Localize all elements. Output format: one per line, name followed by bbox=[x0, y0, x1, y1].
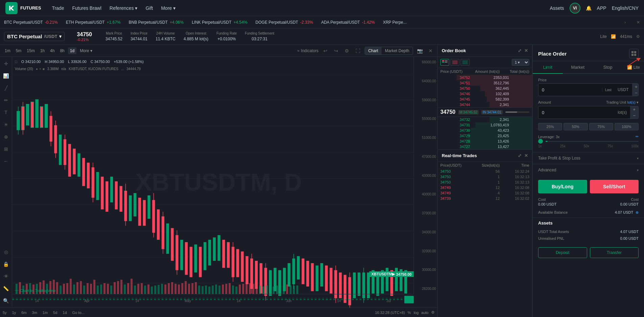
order-book-close-icon[interactable]: ✕ bbox=[524, 48, 528, 53]
ask-row-6[interactable]: 34744 2,341 bbox=[438, 102, 532, 107]
price-input[interactable] bbox=[538, 85, 602, 95]
order-grid-icon-btn[interactable] bbox=[629, 49, 639, 58]
lite-btn[interactable]: 📶 Lite bbox=[623, 61, 644, 73]
tf-8h[interactable]: 8h bbox=[58, 47, 66, 54]
add-funds-icon[interactable]: ⊕ bbox=[636, 210, 639, 214]
ticker-scroll-right[interactable]: › bbox=[624, 20, 626, 25]
ticker-eth[interactable]: ETH Perpetual/USDT +1.67% bbox=[66, 20, 121, 25]
tf-1y[interactable]: 1y bbox=[12, 311, 16, 315]
pct-25[interactable]: 25% bbox=[538, 123, 562, 130]
tf-1m[interactable]: 1m bbox=[3, 47, 13, 54]
ask-row-4[interactable]: 34746 10 2,409 bbox=[438, 91, 532, 97]
depth-view-btn[interactable]: Market Depth bbox=[382, 47, 413, 55]
ticker-link[interactable]: LINK Perpetual/USDT +4.54% bbox=[192, 20, 247, 25]
nav-futures-brawl[interactable]: Futures Brawl bbox=[72, 5, 101, 11]
tf-1d[interactable]: 1d bbox=[68, 47, 76, 54]
advanced-toggle[interactable]: Advanced ▾ bbox=[533, 164, 644, 176]
tab-stop[interactable]: Stop bbox=[593, 61, 623, 74]
tf-1d-b[interactable]: 1d bbox=[63, 311, 67, 315]
camera-btn[interactable]: 📷 bbox=[416, 47, 424, 55]
nav-trade[interactable]: Trade bbox=[52, 5, 64, 11]
draw-tool[interactable]: ✏ bbox=[2, 96, 10, 104]
order-book-expand-icon[interactable]: ⤢ bbox=[518, 48, 522, 53]
price-decrease-btn[interactable]: − bbox=[632, 90, 639, 96]
bid-row-5[interactable]: 34728 1 3,426 bbox=[438, 139, 532, 144]
fullscreen-btn[interactable]: ⛶ bbox=[354, 47, 362, 55]
user-avatar[interactable]: VI bbox=[570, 3, 580, 14]
tp-sl-toggle[interactable]: Take Profit & Stop Loss ▾ bbox=[533, 152, 644, 164]
tf-5m[interactable]: 5m bbox=[14, 47, 24, 54]
ob-type-asks[interactable] bbox=[451, 59, 459, 66]
percent-toggle[interactable]: % bbox=[408, 311, 411, 315]
trades-expand-icon[interactable]: ⤢ bbox=[518, 153, 522, 158]
tf-1m-b[interactable]: 1m bbox=[43, 311, 48, 315]
nav-more[interactable]: More ▾ bbox=[161, 5, 176, 11]
settings-icon[interactable]: ⚙ bbox=[636, 34, 640, 39]
ticker-close-btn[interactable]: ✕ bbox=[637, 20, 640, 25]
amount-decrease-btn[interactable]: − bbox=[630, 112, 638, 119]
ob-depth-select[interactable]: 1 ▾ 0.1 0.01 bbox=[512, 59, 529, 66]
close-chart-btn[interactable]: ✕ bbox=[427, 47, 435, 55]
candle-tool[interactable]: 📊 bbox=[2, 72, 10, 80]
bid-row-2[interactable]: 34731 1,078 3,419 bbox=[438, 122, 532, 128]
log-toggle[interactable]: log bbox=[414, 311, 419, 315]
line-tool[interactable]: ╱ bbox=[2, 84, 10, 92]
app-download-btn[interactable]: APP bbox=[597, 5, 606, 11]
tab-limit[interactable]: Limit bbox=[533, 61, 563, 74]
assets-btn[interactable]: Assets bbox=[550, 5, 564, 11]
ask-row-3[interactable]: 34750 36 2,445 bbox=[438, 86, 532, 91]
indicators-btn[interactable]: ≈ Indicators bbox=[297, 48, 319, 53]
eye-tool[interactable]: 👁 bbox=[2, 272, 10, 280]
nav-references[interactable]: References ▾ bbox=[110, 5, 138, 11]
undo-btn[interactable]: ↩ bbox=[321, 47, 329, 55]
ticker-btc[interactable]: BTC Perpetual/USDT -0.21% bbox=[4, 20, 58, 25]
pattern-tool[interactable]: ✳ bbox=[2, 121, 10, 129]
leverage-handle[interactable] bbox=[538, 139, 543, 144]
sell-short-btn[interactable]: Sell/Short bbox=[590, 180, 639, 193]
pct-75[interactable]: 75% bbox=[589, 123, 613, 130]
leverage-track[interactable] bbox=[546, 141, 639, 142]
tf-more[interactable]: More ▾ bbox=[78, 47, 94, 54]
chart-settings-btn[interactable]: ⚙ bbox=[343, 47, 351, 55]
tf-15m[interactable]: 15m bbox=[25, 47, 37, 54]
ask-row-2[interactable]: 34751 351 2,796 bbox=[438, 80, 532, 86]
goto-btn[interactable]: Go to... bbox=[72, 311, 85, 315]
bid-row-3[interactable]: 34730 4 3,423 bbox=[438, 128, 532, 133]
deposit-btn[interactable]: Deposit bbox=[538, 247, 587, 258]
chart-view-btn[interactable]: Chart bbox=[365, 47, 382, 55]
transfer-btn[interactable]: Transfer bbox=[590, 247, 639, 258]
tf-6m[interactable]: 6m bbox=[21, 311, 26, 315]
ticker-bnb[interactable]: BNB Perpetual/USDT +4.06% bbox=[129, 20, 183, 25]
auto-toggle[interactable]: auto bbox=[421, 311, 429, 315]
lock-tool[interactable]: 🔒 bbox=[2, 260, 10, 268]
magnet-tool[interactable]: ◎ bbox=[2, 248, 10, 256]
pct-100[interactable]: 100% bbox=[615, 123, 639, 130]
nav-gift[interactable]: Gift bbox=[145, 5, 153, 11]
ticker-doge[interactable]: DOGE Perpetual/USDT -2.33% bbox=[255, 20, 313, 25]
tf-4h[interactable]: 4h bbox=[48, 47, 56, 54]
ticker-xrp[interactable]: XRP Perpe... bbox=[383, 20, 407, 25]
language-selector[interactable]: English/CNY bbox=[612, 5, 639, 11]
bid-row-1[interactable]: 34732 2,341 bbox=[438, 117, 532, 122]
ticker-ada[interactable]: ADA Perpetual/USDT -1.42% bbox=[321, 20, 375, 25]
measure-tool2[interactable]: 📏 bbox=[2, 284, 10, 293]
back-tool[interactable]: ← bbox=[2, 157, 10, 165]
tf-5y[interactable]: 5y bbox=[3, 311, 7, 315]
symbol-selector[interactable]: BTC Perpetual /USDT ▾ bbox=[4, 32, 65, 41]
amount-increase-btn[interactable]: + bbox=[630, 106, 638, 112]
price-increase-btn[interactable]: + bbox=[632, 84, 639, 90]
redo-btn[interactable]: ↪ bbox=[332, 47, 340, 55]
amount-unit-chevron[interactable]: ▾ bbox=[637, 100, 639, 104]
panel-tool[interactable]: ⊞ bbox=[2, 145, 10, 153]
text-tool[interactable]: T bbox=[2, 108, 10, 117]
tf-3m[interactable]: 3m bbox=[32, 311, 37, 315]
ask-row-1[interactable]: 34752 235 3,031 bbox=[438, 75, 532, 80]
bid-row-6[interactable]: 34727 1 3,427 bbox=[438, 144, 532, 149]
ob-type-bids[interactable] bbox=[461, 59, 469, 66]
tf-1h[interactable]: 1h bbox=[38, 47, 47, 54]
tf-5d[interactable]: 5d bbox=[53, 311, 57, 315]
zoom-tool[interactable]: 🔍 bbox=[2, 297, 10, 305]
amount-input[interactable] bbox=[538, 107, 614, 118]
leverage-edit-btn[interactable]: ✏ bbox=[636, 134, 639, 139]
bid-row-4[interactable]: 34729 2 3,425 bbox=[438, 133, 532, 139]
